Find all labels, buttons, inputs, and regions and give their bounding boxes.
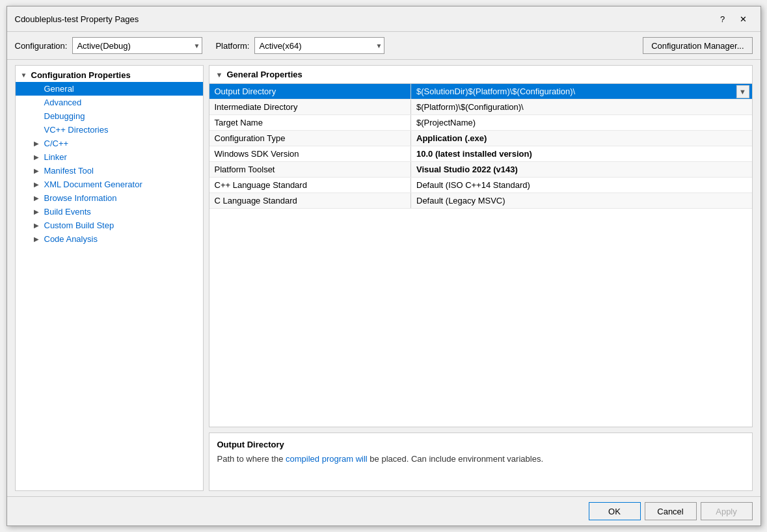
description-text-after: be placed. Can include environment varia… <box>368 454 543 464</box>
help-button[interactable]: ? <box>714 12 732 26</box>
property-pages-dialog: Cdoubleplus-test Property Pages ? ✕ Conf… <box>7 6 761 526</box>
property-value: Default (Legacy MSVC) <box>411 193 752 209</box>
property-row[interactable]: Platform ToolsetVisual Studio 2022 (v143… <box>209 162 752 178</box>
tree-item-build-events[interactable]: ▶Build Events <box>16 205 203 219</box>
section-label: General Properties <box>226 70 302 79</box>
tree-item-label: Advanced <box>44 98 82 107</box>
property-name: C Language Standard <box>209 193 411 209</box>
property-name: Windows SDK Version <box>209 146 411 162</box>
property-name: C++ Language Standard <box>209 178 411 193</box>
expand-icon: ▶ <box>34 222 42 229</box>
tree-children: GeneralAdvancedDebuggingVC++ Directories… <box>16 82 203 246</box>
tree-item-label: General <box>44 84 74 94</box>
tree-item-label: C/C++ <box>44 139 69 148</box>
ok-button[interactable]: OK <box>589 502 641 520</box>
expand-icon: ▶ <box>34 153 42 161</box>
tree-item-label: XML Document Generator <box>44 180 142 189</box>
tree-item-label: Custom Build Step <box>44 220 114 230</box>
tree: ▼ Configuration Properties GeneralAdvanc… <box>16 66 203 248</box>
property-value: Visual Studio 2022 (v143) <box>411 162 752 178</box>
property-row[interactable]: Intermediate Directory$(Platform)\$(Conf… <box>209 100 752 115</box>
tree-item-code-analysis[interactable]: ▶Code Analysis <box>16 232 203 246</box>
tree-item-xml-document-generator[interactable]: ▶XML Document Generator <box>16 178 203 191</box>
platform-select-wrapper: Active(x64) ▼ <box>254 37 384 54</box>
property-value: Default (ISO C++14 Standard) <box>411 178 752 193</box>
tree-item-label: Manifest Tool <box>44 166 94 176</box>
tree-item-custom-build-step[interactable]: ▶Custom Build Step <box>16 219 203 232</box>
expand-icon: ▶ <box>34 181 42 188</box>
property-value: $(Platform)\$(Configuration)\ <box>411 100 752 115</box>
expand-icon: ▶ <box>34 167 42 174</box>
tree-item-browse-information[interactable]: ▶Browse Information <box>16 191 203 205</box>
title-bar-controls: ? ✕ <box>714 12 753 26</box>
property-row[interactable]: C Language StandardDefault (Legacy MSVC) <box>209 193 752 209</box>
config-select-wrapper: Active(Debug) ▼ <box>72 37 202 54</box>
dialog-title: Cdoubleplus-test Property Pages <box>15 14 139 24</box>
property-value: 10.0 (latest installed version) <box>411 146 752 162</box>
description-panel: Output Directory Path to where the compi… <box>209 432 753 491</box>
property-name: Intermediate Directory <box>209 100 411 115</box>
main-area: ▼ Configuration Properties GeneralAdvanc… <box>7 60 760 496</box>
property-name: Configuration Type <box>209 131 411 146</box>
tree-item-label: Debugging <box>44 111 85 121</box>
tree-item-debugging[interactable]: Debugging <box>16 109 203 123</box>
section-expand-icon: ▼ <box>216 71 223 79</box>
properties-container: ▼ General Properties Output Directory$(S… <box>209 65 753 427</box>
property-value: $(SolutionDir)$(Platform)\$(Configuratio… <box>411 84 752 100</box>
description-link-text: compiled program will <box>286 454 368 464</box>
platform-select[interactable]: Active(x64) <box>254 37 384 54</box>
properties-header: ▼ General Properties <box>209 66 752 84</box>
tree-item-label: VC++ Directories <box>44 125 109 135</box>
tree-item-label: Code Analysis <box>44 234 98 244</box>
cancel-button[interactable]: Cancel <box>645 502 697 520</box>
title-bar: Cdoubleplus-test Property Pages ? ✕ <box>7 7 760 32</box>
dropdown-indicator[interactable]: ▼ <box>736 85 749 98</box>
description-text-before: Path to where the <box>217 454 286 464</box>
property-row[interactable]: Configuration TypeApplication (.exe) <box>209 131 752 146</box>
property-row[interactable]: Output Directory$(SolutionDir)$(Platform… <box>209 84 752 100</box>
tree-item-advanced[interactable]: Advanced <box>16 96 203 109</box>
property-name: Platform Toolset <box>209 162 411 178</box>
expand-icon: ▶ <box>34 194 42 202</box>
expand-icon: ▶ <box>34 208 42 215</box>
expand-icon: ▶ <box>34 235 42 243</box>
properties-body: Output Directory$(SolutionDir)$(Platform… <box>209 84 752 209</box>
tree-item-label: Linker <box>44 152 67 162</box>
property-name: Output Directory <box>209 84 411 100</box>
tree-root-label: Configuration Properties <box>31 70 131 80</box>
close-button[interactable]: ✕ <box>734 12 753 26</box>
property-value: $(ProjectName) <box>411 115 752 131</box>
expand-icon: ▶ <box>34 140 42 147</box>
properties-scroll[interactable]: Output Directory$(SolutionDir)$(Platform… <box>209 84 752 427</box>
apply-button[interactable]: Apply <box>701 502 753 520</box>
tree-item-linker[interactable]: ▶Linker <box>16 150 203 164</box>
description-title: Output Directory <box>217 440 744 449</box>
platform-label: Platform: <box>215 41 249 51</box>
property-value: Application (.exe) <box>411 131 752 146</box>
tree-item-general[interactable]: General <box>16 82 203 96</box>
tree-root-item[interactable]: ▼ Configuration Properties <box>16 68 203 82</box>
config-select[interactable]: Active(Debug) <box>72 37 202 54</box>
tree-item-label: Build Events <box>44 207 91 217</box>
property-name: Target Name <box>209 115 411 131</box>
tree-item-manifest-tool[interactable]: ▶Manifest Tool <box>16 164 203 178</box>
left-panel: ▼ Configuration Properties GeneralAdvanc… <box>15 65 204 491</box>
right-panel: ▼ General Properties Output Directory$(S… <box>209 65 753 491</box>
tree-item-c/c++[interactable]: ▶C/C++ <box>16 137 203 150</box>
properties-table: Output Directory$(SolutionDir)$(Platform… <box>209 84 752 209</box>
description-text: Path to where the compiled program will … <box>217 453 744 465</box>
property-row[interactable]: Windows SDK Version10.0 (latest installe… <box>209 146 752 162</box>
config-manager-button[interactable]: Configuration Manager... <box>643 37 752 54</box>
property-row[interactable]: Target Name$(ProjectName) <box>209 115 752 131</box>
tree-collapse-icon: ▼ <box>21 72 29 79</box>
property-row[interactable]: C++ Language StandardDefault (ISO C++14 … <box>209 178 752 193</box>
bottom-buttons: OK Cancel Apply <box>7 496 760 525</box>
config-label: Configuration: <box>15 41 68 51</box>
tree-item-vc++-directories[interactable]: VC++ Directories <box>16 123 203 137</box>
tree-item-label: Browse Information <box>44 193 117 203</box>
config-bar: Configuration: Active(Debug) ▼ Platform:… <box>7 32 760 60</box>
